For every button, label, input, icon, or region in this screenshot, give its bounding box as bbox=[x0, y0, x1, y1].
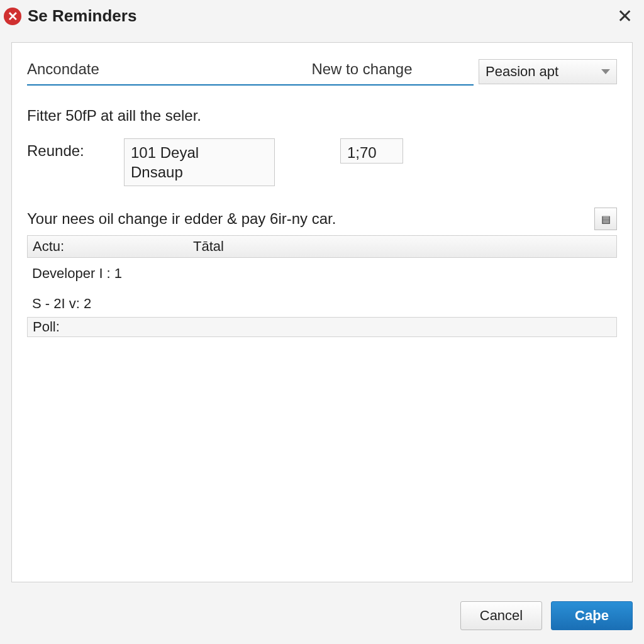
chevron-down-icon bbox=[601, 69, 610, 74]
close-icon[interactable]: ✕ bbox=[612, 4, 638, 28]
reunde-row: Reunde: 101 Deyal Dnsaup 1;70 bbox=[27, 138, 617, 186]
dialog-window: ✕ Se Reminders ✕ Ancondate New to change… bbox=[0, 0, 644, 644]
subtitle-text: Fitter 50fP at aill the seler. bbox=[27, 107, 617, 125]
error-icon: ✕ bbox=[4, 8, 21, 25]
poll-label: Poll: bbox=[33, 319, 60, 335]
tab-new-to-change[interactable]: New to change bbox=[250, 58, 474, 84]
reunde-field-2[interactable]: 1;70 bbox=[340, 138, 403, 164]
reunde-field-1[interactable]: 101 Deyal Dnsaup bbox=[124, 138, 275, 186]
note-text: Your nees oil change ir edder & pay 6ir-… bbox=[27, 210, 594, 228]
poll-row: Poll: bbox=[27, 317, 617, 337]
button-bar: Cancel Caþe bbox=[0, 594, 644, 644]
tabs-row: Ancondate New to change Peasion apt bbox=[27, 58, 617, 86]
col-actu[interactable]: Actu: bbox=[33, 238, 193, 255]
reunde-label: Reunde: bbox=[27, 138, 109, 160]
config-icon: ▤ bbox=[601, 213, 611, 225]
titlebar: ✕ Se Reminders ✕ bbox=[0, 0, 644, 31]
dropdown-value: Peasion apt bbox=[486, 64, 558, 80]
col-total[interactable]: Tātal bbox=[193, 238, 224, 255]
table-row[interactable]: Developer I : 1 bbox=[27, 262, 617, 286]
content-wrap: Ancondate New to change Peasion apt Fitt… bbox=[0, 31, 644, 594]
cancel-button[interactable]: Cancel bbox=[460, 601, 542, 630]
ok-button[interactable]: Caþe bbox=[551, 601, 633, 630]
note-row: Your nees oil change ir edder & pay 6ir-… bbox=[27, 208, 617, 230]
table-row[interactable]: S - 2I v: 2 bbox=[27, 292, 617, 316]
peasion-dropdown[interactable]: Peasion apt bbox=[479, 59, 617, 84]
content-panel: Ancondate New to change Peasion apt Fitt… bbox=[11, 42, 633, 582]
table-headers: Actu: Tātal bbox=[27, 235, 617, 258]
list-area: Developer I : 1 S - 2I v: 2 bbox=[27, 262, 617, 316]
dialog-title: Se Reminders bbox=[28, 6, 136, 26]
tab-ancondate[interactable]: Ancondate bbox=[27, 58, 250, 84]
config-button[interactable]: ▤ bbox=[594, 208, 617, 230]
tabs: Ancondate New to change bbox=[27, 58, 474, 86]
